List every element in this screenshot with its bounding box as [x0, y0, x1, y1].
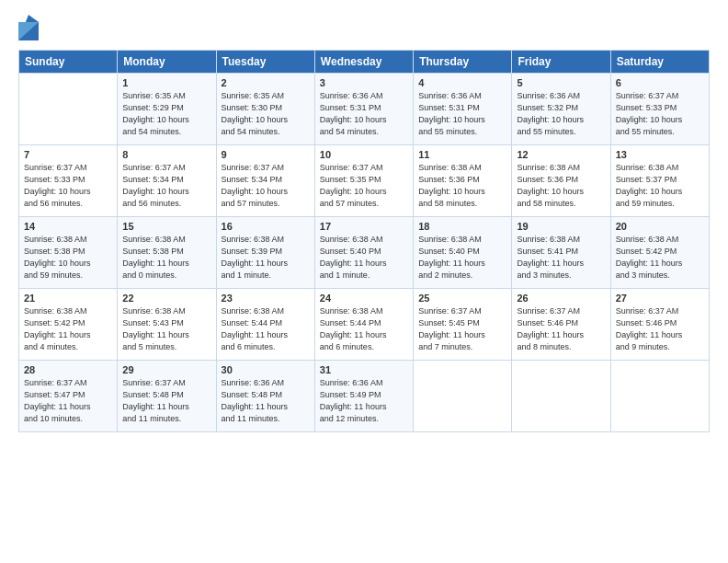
- day-info: Sunrise: 6:35 AMSunset: 5:30 PMDaylight:…: [222, 90, 310, 138]
- day-info: Sunrise: 6:37 AMSunset: 5:45 PMDaylight:…: [418, 305, 506, 353]
- day-number: 20: [616, 221, 704, 232]
- day-number: 27: [616, 293, 704, 304]
- logo: [18, 15, 42, 40]
- day-info: Sunrise: 6:37 AMSunset: 5:48 PMDaylight:…: [122, 377, 210, 425]
- day-number: 23: [222, 293, 310, 304]
- day-number: 16: [222, 221, 310, 232]
- header: [18, 15, 710, 40]
- day-cell: [414, 361, 512, 432]
- day-cell: [512, 361, 610, 432]
- day-info: Sunrise: 6:38 AMSunset: 5:39 PMDaylight:…: [222, 234, 310, 282]
- day-cell: 5Sunrise: 6:36 AMSunset: 5:32 PMDaylight…: [512, 74, 610, 145]
- day-number: 13: [616, 149, 704, 160]
- day-info: Sunrise: 6:38 AMSunset: 5:44 PMDaylight:…: [320, 305, 408, 353]
- day-cell: 7Sunrise: 6:37 AMSunset: 5:33 PMDaylight…: [19, 145, 118, 217]
- day-cell: 22Sunrise: 6:38 AMSunset: 5:43 PMDayligh…: [118, 289, 216, 361]
- day-number: 1: [122, 77, 210, 88]
- day-cell: 28Sunrise: 6:37 AMSunset: 5:47 PMDayligh…: [19, 361, 118, 432]
- day-info: Sunrise: 6:38 AMSunset: 5:37 PMDaylight:…: [616, 162, 704, 210]
- day-cell: 8Sunrise: 6:37 AMSunset: 5:34 PMDaylight…: [118, 145, 216, 217]
- day-info: Sunrise: 6:36 AMSunset: 5:48 PMDaylight:…: [222, 377, 310, 425]
- day-cell: 12Sunrise: 6:38 AMSunset: 5:36 PMDayligh…: [512, 145, 610, 217]
- day-number: 17: [320, 221, 408, 232]
- day-cell: 23Sunrise: 6:38 AMSunset: 5:44 PMDayligh…: [216, 289, 314, 361]
- day-info: Sunrise: 6:37 AMSunset: 5:46 PMDaylight:…: [616, 305, 704, 353]
- day-cell: 27Sunrise: 6:37 AMSunset: 5:46 PMDayligh…: [610, 289, 709, 361]
- day-cell: 1Sunrise: 6:35 AMSunset: 5:29 PMDaylight…: [118, 74, 216, 145]
- day-number: 22: [122, 293, 210, 304]
- day-cell: 31Sunrise: 6:36 AMSunset: 5:49 PMDayligh…: [314, 361, 413, 432]
- day-cell: 21Sunrise: 6:38 AMSunset: 5:42 PMDayligh…: [19, 289, 118, 361]
- day-cell: 18Sunrise: 6:38 AMSunset: 5:40 PMDayligh…: [414, 217, 512, 289]
- day-info: Sunrise: 6:37 AMSunset: 5:46 PMDaylight:…: [517, 305, 605, 353]
- calendar-table: SundayMondayTuesdayWednesdayThursdayFrid…: [18, 50, 710, 432]
- day-number: 29: [122, 364, 210, 375]
- day-cell: 4Sunrise: 6:36 AMSunset: 5:31 PMDaylight…: [414, 74, 512, 145]
- day-cell: 6Sunrise: 6:37 AMSunset: 5:33 PMDaylight…: [610, 74, 709, 145]
- day-info: Sunrise: 6:37 AMSunset: 5:33 PMDaylight:…: [24, 162, 112, 210]
- day-info: Sunrise: 6:36 AMSunset: 5:49 PMDaylight:…: [320, 377, 408, 425]
- day-number: 15: [122, 221, 210, 232]
- day-number: 26: [517, 293, 605, 304]
- logo-icon: [18, 15, 39, 40]
- day-info: Sunrise: 6:38 AMSunset: 5:36 PMDaylight:…: [517, 162, 605, 210]
- day-number: 8: [122, 149, 210, 160]
- day-number: 14: [24, 221, 112, 232]
- week-row-3: 14Sunrise: 6:38 AMSunset: 5:38 PMDayligh…: [19, 217, 710, 289]
- day-number: 11: [418, 149, 506, 160]
- day-cell: 15Sunrise: 6:38 AMSunset: 5:38 PMDayligh…: [118, 217, 216, 289]
- day-cell: 17Sunrise: 6:38 AMSunset: 5:40 PMDayligh…: [314, 217, 413, 289]
- day-cell: 16Sunrise: 6:38 AMSunset: 5:39 PMDayligh…: [216, 217, 314, 289]
- day-info: Sunrise: 6:38 AMSunset: 5:41 PMDaylight:…: [517, 234, 605, 282]
- day-info: Sunrise: 6:37 AMSunset: 5:47 PMDaylight:…: [24, 377, 112, 425]
- day-info: Sunrise: 6:38 AMSunset: 5:42 PMDaylight:…: [616, 234, 704, 282]
- page: SundayMondayTuesdayWednesdayThursdayFrid…: [0, 0, 728, 563]
- day-cell: 30Sunrise: 6:36 AMSunset: 5:48 PMDayligh…: [216, 361, 314, 432]
- col-header-thursday: Thursday: [414, 51, 512, 74]
- day-number: 7: [24, 149, 112, 160]
- day-info: Sunrise: 6:38 AMSunset: 5:42 PMDaylight:…: [24, 305, 112, 353]
- day-info: Sunrise: 6:38 AMSunset: 5:44 PMDaylight:…: [222, 305, 310, 353]
- day-number: 30: [222, 364, 310, 375]
- col-header-sunday: Sunday: [19, 51, 118, 74]
- day-number: 5: [517, 77, 605, 88]
- day-info: Sunrise: 6:37 AMSunset: 5:34 PMDaylight:…: [222, 162, 310, 210]
- day-number: 25: [418, 293, 506, 304]
- day-cell: 9Sunrise: 6:37 AMSunset: 5:34 PMDaylight…: [216, 145, 314, 217]
- day-number: 31: [320, 364, 408, 375]
- day-number: 21: [24, 293, 112, 304]
- day-cell: 29Sunrise: 6:37 AMSunset: 5:48 PMDayligh…: [118, 361, 216, 432]
- day-number: 19: [517, 221, 605, 232]
- day-info: Sunrise: 6:35 AMSunset: 5:29 PMDaylight:…: [122, 90, 210, 138]
- col-header-wednesday: Wednesday: [314, 51, 413, 74]
- day-number: 28: [24, 364, 112, 375]
- day-info: Sunrise: 6:36 AMSunset: 5:31 PMDaylight:…: [418, 90, 506, 138]
- day-info: Sunrise: 6:38 AMSunset: 5:40 PMDaylight:…: [418, 234, 506, 282]
- week-row-1: 1Sunrise: 6:35 AMSunset: 5:29 PMDaylight…: [19, 74, 710, 145]
- day-cell: 11Sunrise: 6:38 AMSunset: 5:36 PMDayligh…: [414, 145, 512, 217]
- header-row: SundayMondayTuesdayWednesdayThursdayFrid…: [19, 51, 710, 74]
- col-header-saturday: Saturday: [610, 51, 709, 74]
- day-number: 6: [616, 77, 704, 88]
- day-cell: 3Sunrise: 6:36 AMSunset: 5:31 PMDaylight…: [314, 74, 413, 145]
- day-number: 9: [222, 149, 310, 160]
- day-cell: 19Sunrise: 6:38 AMSunset: 5:41 PMDayligh…: [512, 217, 610, 289]
- day-info: Sunrise: 6:36 AMSunset: 5:32 PMDaylight:…: [517, 90, 605, 138]
- day-number: 18: [418, 221, 506, 232]
- day-info: Sunrise: 6:38 AMSunset: 5:36 PMDaylight:…: [418, 162, 506, 210]
- week-row-5: 28Sunrise: 6:37 AMSunset: 5:47 PMDayligh…: [19, 361, 710, 432]
- day-cell: 13Sunrise: 6:38 AMSunset: 5:37 PMDayligh…: [610, 145, 709, 217]
- day-info: Sunrise: 6:38 AMSunset: 5:43 PMDaylight:…: [122, 305, 210, 353]
- day-number: 10: [320, 149, 408, 160]
- week-row-2: 7Sunrise: 6:37 AMSunset: 5:33 PMDaylight…: [19, 145, 710, 217]
- col-header-monday: Monday: [118, 51, 216, 74]
- day-cell: 10Sunrise: 6:37 AMSunset: 5:35 PMDayligh…: [314, 145, 413, 217]
- day-info: Sunrise: 6:38 AMSunset: 5:38 PMDaylight:…: [24, 234, 112, 282]
- day-info: Sunrise: 6:36 AMSunset: 5:31 PMDaylight:…: [320, 90, 408, 138]
- day-cell: 14Sunrise: 6:38 AMSunset: 5:38 PMDayligh…: [19, 217, 118, 289]
- day-cell: 2Sunrise: 6:35 AMSunset: 5:30 PMDaylight…: [216, 74, 314, 145]
- day-cell: 24Sunrise: 6:38 AMSunset: 5:44 PMDayligh…: [314, 289, 413, 361]
- day-info: Sunrise: 6:38 AMSunset: 5:40 PMDaylight:…: [320, 234, 408, 282]
- day-cell: [19, 74, 118, 145]
- day-cell: 26Sunrise: 6:37 AMSunset: 5:46 PMDayligh…: [512, 289, 610, 361]
